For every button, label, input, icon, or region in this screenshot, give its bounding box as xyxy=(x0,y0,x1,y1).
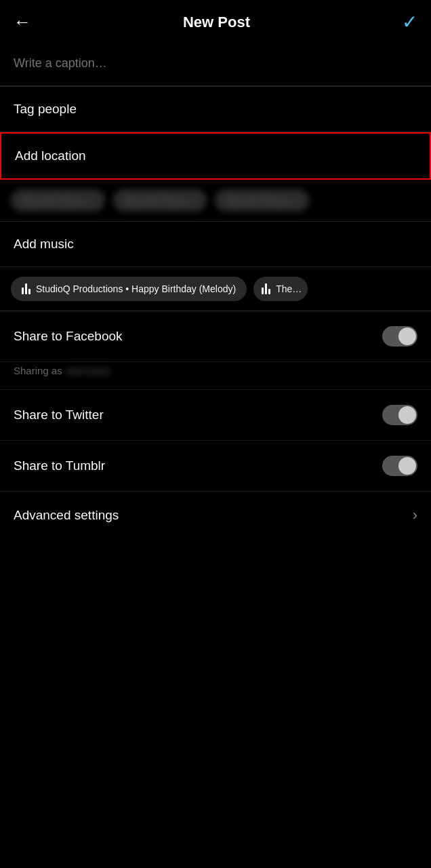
add-location-label: Add location xyxy=(15,149,86,163)
share-twitter-toggle[interactable] xyxy=(382,405,417,425)
sharing-as-prefix: Sharing as xyxy=(14,365,62,376)
confirm-button[interactable]: ✓ xyxy=(402,11,417,33)
music-bars-icon xyxy=(22,283,30,294)
location-suggestions: Blurred Place 1 Blurred Place 2 Blurred … xyxy=(0,180,431,222)
music-bars-icon-2 xyxy=(262,283,270,294)
toggle-knob-tumblr xyxy=(398,457,416,475)
music-chip-1[interactable]: StudioQ Productions • Happy Birthday (Me… xyxy=(11,277,247,301)
back-button[interactable]: ← xyxy=(14,12,31,33)
sharing-as-name: username xyxy=(65,365,110,376)
share-tumblr-toggle[interactable] xyxy=(382,456,417,476)
tag-people-row[interactable]: Tag people xyxy=(0,87,431,132)
tag-people-label: Tag people xyxy=(14,102,77,117)
music-chips-section: StudioQ Productions • Happy Birthday (Me… xyxy=(0,267,431,311)
header: ← New Post ✓ xyxy=(0,0,431,44)
location-chip-1[interactable]: Blurred Place 1 xyxy=(11,189,105,212)
bar-2 xyxy=(25,283,27,294)
bar-5 xyxy=(265,283,267,294)
sharing-as-row: Sharing as username xyxy=(0,362,431,390)
music-chip-1-label: StudioQ Productions • Happy Birthday (Me… xyxy=(36,283,236,294)
location-chip-2[interactable]: Blurred Place 2 xyxy=(113,189,207,212)
advanced-settings-label: Advanced settings xyxy=(14,508,119,523)
share-facebook-toggle[interactable] xyxy=(382,326,417,347)
location-chip-3[interactable]: Blurred Place 3 xyxy=(215,189,309,212)
caption-section xyxy=(0,44,431,86)
bar-6 xyxy=(268,289,270,294)
share-twitter-row: Share to Twitter xyxy=(0,390,431,441)
share-facebook-label: Share to Facebook xyxy=(14,329,123,344)
bar-4 xyxy=(262,288,264,294)
music-chip-2-label: The… xyxy=(276,283,302,294)
share-facebook-row: Share to Facebook xyxy=(0,311,431,362)
music-chip-2[interactable]: The… xyxy=(253,277,308,301)
toggle-knob-twitter xyxy=(398,406,416,424)
toggle-knob-facebook xyxy=(398,328,416,345)
bar-1 xyxy=(22,288,24,294)
share-tumblr-label: Share to Tumblr xyxy=(14,458,105,473)
add-location-row[interactable]: Add location xyxy=(0,132,431,180)
share-twitter-label: Share to Twitter xyxy=(14,408,104,422)
share-tumblr-row: Share to Tumblr xyxy=(0,441,431,492)
chevron-right-icon: › xyxy=(413,507,417,524)
page-title: New Post xyxy=(183,14,250,31)
add-music-label: Add music xyxy=(14,237,74,252)
caption-input[interactable] xyxy=(14,56,417,71)
bar-3 xyxy=(28,289,30,294)
add-music-row[interactable]: Add music xyxy=(0,222,431,267)
advanced-settings-row[interactable]: Advanced settings › xyxy=(0,492,431,539)
